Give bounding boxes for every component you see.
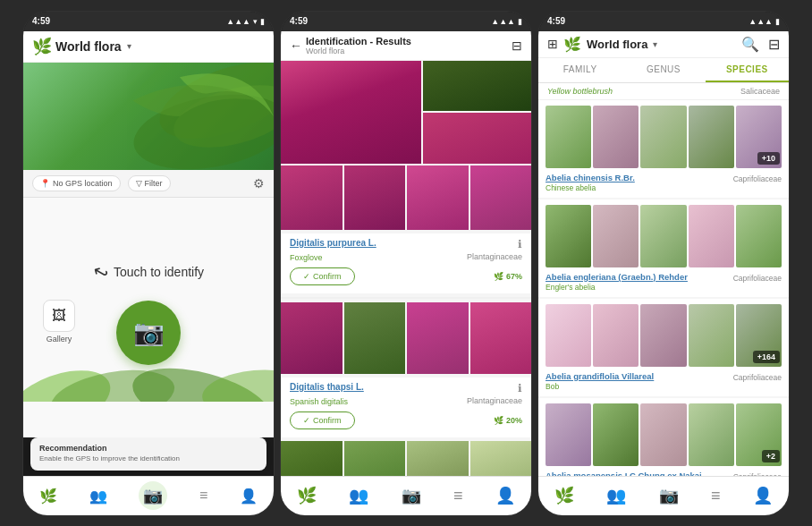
status-time-3: 4:59 bbox=[547, 16, 565, 26]
filter-icon: ▽ bbox=[136, 179, 142, 188]
row2-img3 bbox=[407, 165, 469, 230]
species-tabs: FAMILY GENUS SPECIES bbox=[538, 58, 789, 83]
divider-1 bbox=[281, 297, 531, 299]
sp-img-2-3 bbox=[640, 205, 686, 267]
gps-icon: 📍 bbox=[40, 179, 50, 188]
rec-text: Enable the GPS to improve the identifica… bbox=[39, 454, 258, 463]
phone-1: 4:59 ▲▲▲ ▾ ▮ 🌿 World flora ▾ bbox=[22, 11, 275, 516]
nav-profile[interactable]: 👤 bbox=[240, 488, 258, 505]
settings-icon[interactable]: ⚙ bbox=[253, 176, 265, 191]
left-icons-3: ⊞ 🌿 World flora ▾ bbox=[547, 36, 657, 53]
sci-name-2[interactable]: Digitalis thapsi L. bbox=[290, 382, 364, 392]
wifi-icon-1: ▾ bbox=[253, 17, 258, 26]
nav-community[interactable]: 👥 bbox=[89, 488, 107, 505]
result-img-s1 bbox=[423, 61, 531, 112]
species-names-3: Abelia grandiflolia Villareal Bob bbox=[546, 371, 654, 391]
species-info-3: Abelia grandiflolia Villareal Bob Caprif… bbox=[546, 371, 782, 391]
search-icon-3[interactable]: 🔍 bbox=[741, 36, 759, 53]
grid-icon[interactable]: ⊞ bbox=[547, 37, 558, 51]
leaf-icon-conf-1: 🌿 bbox=[494, 272, 503, 281]
sp-img-1-3 bbox=[640, 106, 686, 168]
species-content[interactable]: +10 Abelia chinensis R.Br. Chinese abeli… bbox=[538, 100, 789, 476]
nav-plants[interactable]: 🌿 bbox=[39, 488, 57, 505]
confirm-label-2: Confirm bbox=[313, 416, 342, 425]
sp-img-1-2 bbox=[593, 106, 639, 168]
info-icon-2[interactable]: ℹ bbox=[518, 382, 522, 394]
sp-img-3-1 bbox=[546, 304, 591, 367]
nav2-profile-icon[interactable]: 👤 bbox=[495, 486, 515, 505]
nav-plants-icon: 🌿 bbox=[39, 488, 57, 505]
filter-icon-3[interactable]: ⊟ bbox=[768, 36, 780, 53]
result-name-row-1: Digitalis purpurea L. ℹ bbox=[290, 238, 522, 250]
r2-img2 bbox=[344, 302, 406, 374]
r3-img4 bbox=[470, 441, 532, 476]
sp-img-1-4 bbox=[689, 106, 734, 168]
family-1: Plantaginaceae bbox=[467, 252, 522, 261]
species-images-1: +10 bbox=[546, 106, 782, 168]
filter-icon-2[interactable]: ⊟ bbox=[512, 38, 522, 53]
common-name-1: Foxglove bbox=[290, 253, 323, 262]
nav3-list-icon[interactable]: ≡ bbox=[711, 487, 721, 505]
confirm-btn-1[interactable]: ✓ Confirm bbox=[290, 267, 355, 285]
nav2-plants-icon[interactable]: 🌿 bbox=[297, 486, 317, 505]
sp-img-3-3 bbox=[640, 304, 686, 367]
sp-img-3-4 bbox=[689, 304, 734, 367]
status-icons-3: ▲▲▲ ▮ bbox=[749, 17, 780, 26]
tab-family[interactable]: FAMILY bbox=[538, 58, 622, 82]
signal-icon-3: ▲▲▲ bbox=[749, 17, 773, 26]
sp-family-3: Caprifoliaceae bbox=[733, 373, 782, 382]
species-count-badge-3: +164 bbox=[753, 351, 780, 363]
status-time-1: 4:59 bbox=[32, 16, 50, 26]
sp-sci-name-3[interactable]: Abelia grandiflolia Villareal bbox=[546, 371, 654, 381]
nav-camera[interactable]: 📷 bbox=[139, 481, 167, 510]
nav2-list-icon[interactable]: ≡ bbox=[453, 487, 463, 505]
nav-camera-icon: 📷 bbox=[139, 481, 167, 510]
confidence-badge-2: 🌿 20% bbox=[494, 416, 522, 425]
info-icon-1[interactable]: ℹ bbox=[518, 238, 522, 250]
confirm-btn-2[interactable]: ✓ Confirm bbox=[290, 411, 355, 429]
tab-family-label: FAMILY bbox=[563, 64, 597, 74]
nav3-community-icon[interactable]: 👥 bbox=[606, 486, 626, 505]
app-header-1: 🌿 World flora ▾ bbox=[23, 31, 274, 63]
svg-point-6 bbox=[200, 366, 274, 402]
gallery-button[interactable]: 🖼 Gallery bbox=[43, 300, 75, 344]
results-content[interactable]: Digitalis purpurea L. ℹ Foxglove Plantag… bbox=[281, 61, 531, 476]
leaves-decoration bbox=[23, 339, 274, 402]
gps-button[interactable]: 📍 No GPS location bbox=[32, 175, 121, 191]
sp-family-1: Caprifoliaceae bbox=[733, 174, 782, 183]
controls-bar-1: 📍 No GPS location ▽ Filter ⚙ bbox=[23, 170, 274, 198]
logo-area-1[interactable]: 🌿 World flora ▾ bbox=[32, 37, 131, 56]
tab-genus[interactable]: GENUS bbox=[622, 58, 705, 82]
sp-sci-name-2[interactable]: Abelia engleriana (Graebn.) Rehder bbox=[546, 272, 688, 282]
confidence-value-2: 20% bbox=[506, 416, 522, 425]
header-text-2: Identification - Results World flora bbox=[306, 36, 411, 55]
tab-species[interactable]: SPECIES bbox=[706, 58, 789, 82]
confirm-check-1: ✓ bbox=[303, 272, 310, 281]
nav-list[interactable]: ≡ bbox=[199, 488, 207, 504]
dropdown-arrow-1[interactable]: ▾ bbox=[127, 41, 131, 51]
active-filter-text[interactable]: Yellow bottlebrush bbox=[547, 87, 613, 96]
status-time-2: 4:59 bbox=[290, 16, 308, 26]
hint-arrow-icon: ↩ bbox=[89, 259, 113, 284]
sci-name-1[interactable]: Digitalis purpurea L. bbox=[290, 238, 376, 248]
sp-common-name-2: Engler's abelia bbox=[546, 283, 688, 292]
nav-profile-icon: 👤 bbox=[240, 488, 258, 505]
header-title-2: Identification - Results bbox=[306, 36, 411, 47]
nav2-camera-icon[interactable]: 📷 bbox=[402, 486, 421, 505]
r3-img3 bbox=[407, 441, 469, 476]
dropdown-arrow-3[interactable]: ▾ bbox=[653, 39, 657, 49]
result-actions-1: ✓ Confirm 🌿 67% bbox=[281, 265, 531, 288]
nav3-plants-icon[interactable]: 🌿 bbox=[554, 486, 574, 505]
filter-button[interactable]: ▽ Filter bbox=[128, 175, 171, 191]
back-area[interactable]: ← Identification - Results World flora bbox=[290, 36, 411, 55]
app-header-3: ⊞ 🌿 World flora ▾ 🔍 ⊟ bbox=[538, 31, 789, 58]
tab-species-label: SPECIES bbox=[726, 64, 768, 74]
status-bar-2: 4:59 ▲▲▲ ▮ bbox=[281, 12, 531, 31]
species-info-1: Abelia chinensis R.Br. Chinese abelia Ca… bbox=[546, 173, 782, 192]
sp-sci-name-1[interactable]: Abelia chinensis R.Br. bbox=[546, 173, 635, 182]
nav3-profile-icon[interactable]: 👤 bbox=[753, 486, 773, 505]
nav2-community-icon[interactable]: 👥 bbox=[349, 486, 368, 505]
hero-leaf-svg bbox=[131, 63, 274, 170]
nav3-camera-icon[interactable]: 📷 bbox=[659, 486, 679, 505]
result-info-2: Digitalis thapsi L. ℹ Spanish digitalis … bbox=[281, 378, 531, 409]
